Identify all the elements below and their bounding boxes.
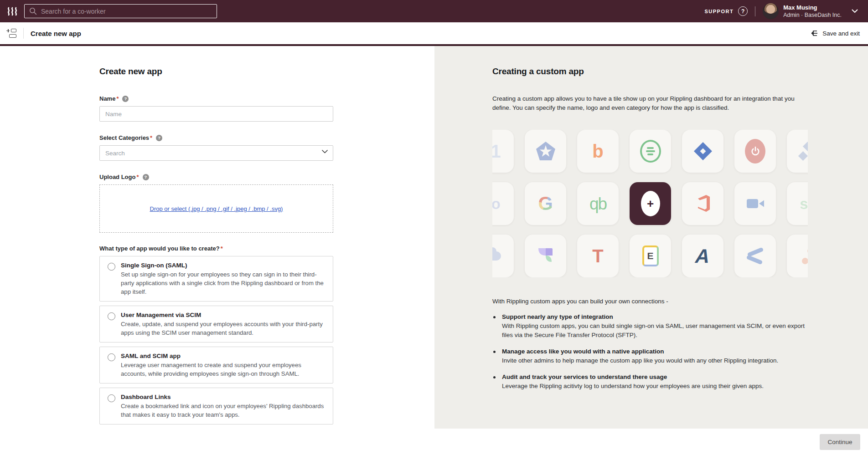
support-button[interactable]: SUPPORT ? [704, 6, 748, 16]
radio-button[interactable] [108, 353, 115, 361]
benefit-title: Support nearly any type of integration [502, 312, 808, 322]
page-toolbar: Create new app Save and exit [0, 22, 868, 44]
toolbar-divider [23, 28, 24, 39]
name-input[interactable] [99, 106, 333, 122]
app-tile: sa [787, 182, 808, 225]
account-menu[interactable]: Max Musing Admin · BaseDash Inc. [763, 3, 858, 19]
app-logo-diamond-icon [692, 141, 713, 162]
app-tile: E [630, 235, 671, 277]
app-logo-dots-icon [802, 248, 808, 264]
create-app-form-pane: Create new app Name* ? Select Categories… [0, 46, 434, 429]
app-type-option-card[interactable]: Single Sign-on (SAML) Set up single sign… [99, 256, 333, 302]
app-tile [492, 235, 514, 277]
app-logo-b-icon: b [592, 142, 603, 160]
avatar[interactable] [763, 3, 779, 19]
app-logo-power-icon [745, 139, 765, 164]
app-tile: b [577, 130, 619, 173]
search-input[interactable] [41, 8, 212, 15]
support-help-icon[interactable]: ? [738, 6, 748, 16]
app-tile: T [577, 235, 619, 277]
app-type-option-card[interactable]: Dashboard Links Create a bookmarked link… [99, 388, 333, 424]
app-logo-pentagon-icon [535, 141, 556, 162]
app-tile: 1 [492, 130, 514, 173]
option-title: Dashboard Links [121, 393, 326, 401]
option-description: Create a bookmarked link and icon on you… [121, 402, 326, 419]
app-type-option-card[interactable]: User Management via SCIM Create, update,… [99, 306, 333, 343]
radio-button[interactable] [108, 312, 115, 320]
benefit-item: Support nearly any type of integration W… [492, 312, 808, 340]
benefit-item: Manage access like you would with a nati… [492, 347, 808, 365]
app-logo-e-badge-icon: E [642, 245, 659, 266]
app-logo-google-icon: G [538, 194, 553, 213]
radio-button[interactable] [108, 263, 115, 271]
app-tile [734, 182, 776, 225]
app-logo-ring-lines-icon [640, 140, 661, 163]
app-type-options: Single Sign-on (SAML) Set up single sign… [99, 256, 333, 424]
option-description: Set up single sign-on for your employees… [121, 270, 326, 296]
steps-list-icon[interactable] [6, 29, 16, 38]
app-tile: + [630, 182, 671, 225]
save-and-exit-label: Save and exit [822, 30, 860, 37]
app-tile [630, 130, 671, 173]
app-logo-waves-icon [745, 246, 765, 266]
app-type-option-card[interactable]: SAML and SCIM app Leverage user manageme… [99, 347, 333, 383]
option-description: Leverage user management to create and s… [121, 361, 326, 378]
benefit-title: Manage access like you would with a nati… [502, 347, 778, 356]
app-tile [787, 235, 808, 277]
info-heading: Creating a custom app [492, 66, 808, 77]
app-logo-ro-icon: ro [492, 196, 500, 211]
app-logo-cloud-icon [492, 251, 501, 261]
connections-intro-text: With Rippling custom apps you can build … [492, 297, 808, 306]
logo-dropzone[interactable]: Drop or select (.jpg / .png / .gif / .jp… [99, 184, 333, 233]
upload-logo-label: Upload Logo* ? [99, 174, 333, 181]
chevron-down-icon[interactable] [852, 9, 858, 13]
benefit-title: Audit and track your services to underst… [502, 373, 764, 382]
app-tile [525, 235, 566, 277]
footer-bar: Continue [0, 429, 868, 455]
form-heading: Create new app [99, 66, 333, 77]
bullet-icon [493, 351, 496, 353]
search-icon [29, 7, 37, 15]
categories-select[interactable] [99, 145, 333, 161]
continue-button[interactable]: Continue [820, 434, 860, 450]
app-tile [734, 130, 776, 173]
bullet-icon [493, 376, 496, 378]
app-tile [682, 130, 723, 173]
name-help-icon[interactable]: ? [122, 96, 129, 102]
radio-button[interactable] [108, 394, 115, 402]
app-tile [682, 182, 723, 225]
app-logo-office-icon [692, 193, 713, 214]
custom-app-plus-icon: + [641, 191, 660, 216]
categories-field-label: Select Categories* ? [99, 134, 333, 142]
user-name: Max Musing [783, 4, 842, 11]
app-logo-camera-icon [746, 197, 765, 210]
app-tile: G [525, 182, 566, 225]
benefit-item: Audit and track your services to underst… [492, 373, 808, 391]
option-title: Single Sign-on (SAML) [121, 261, 326, 269]
app-logo-sa-icon: sa [800, 196, 808, 211]
upload-help-icon[interactable]: ? [143, 174, 149, 180]
bullet-icon [493, 316, 496, 318]
app-logos-carousel: 1broGqb+saTEA [492, 130, 808, 277]
app-logo-n1-icon: 1 [492, 142, 501, 160]
coworker-search[interactable] [24, 4, 217, 18]
logo-upload-link[interactable]: Drop or select (.jpg / .png / .gif / .jp… [150, 205, 283, 212]
app-logo-diamonds-icon [804, 143, 808, 159]
app-logo-qb-icon: qb [589, 195, 606, 212]
categories-help-icon[interactable]: ? [156, 135, 162, 141]
app-tile [525, 130, 566, 173]
app-tile [787, 130, 808, 173]
option-title: User Management via SCIM [121, 311, 326, 319]
benefit-body: Leverage the Rippling acitivty log to un… [502, 382, 764, 391]
info-intro-text: Creating a custom app allows you to have… [492, 94, 808, 112]
save-and-exit-button[interactable]: Save and exit [810, 29, 860, 37]
rippling-logo[interactable] [6, 5, 19, 18]
app-logo-slant-a-icon: A [696, 246, 710, 266]
custom-app-info-pane: Creating a custom app Creating a custom … [434, 46, 868, 429]
benefits-list: Support nearly any type of integration W… [492, 312, 808, 391]
benefit-body: Invite other admins to help manage the c… [502, 356, 778, 365]
app-logo-t-icon: T [592, 247, 603, 265]
topbar-divider [755, 6, 755, 16]
support-label: SUPPORT [704, 9, 734, 14]
app-type-question: What type of app would you like to creat… [99, 245, 333, 252]
